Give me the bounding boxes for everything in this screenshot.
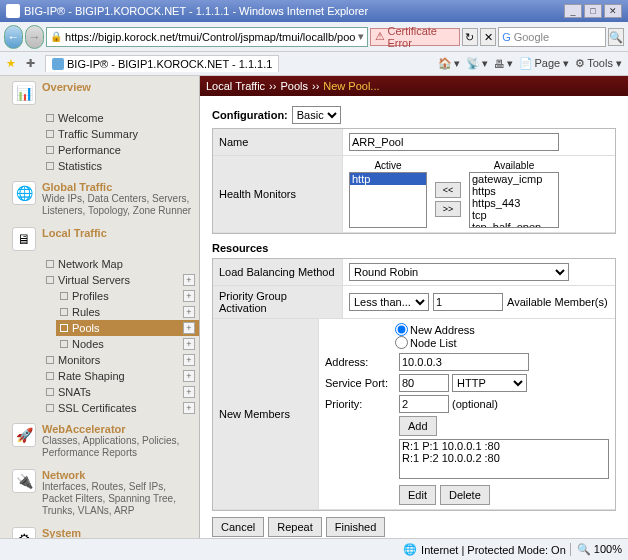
- network-icon: 🔌: [12, 469, 36, 493]
- nav-global-traffic[interactable]: Global Traffic: [42, 181, 195, 193]
- maximize-button[interactable]: □: [584, 4, 602, 18]
- forward-button[interactable]: →: [25, 25, 44, 49]
- tab-favicon: [52, 58, 64, 70]
- move-left-button[interactable]: <<: [435, 182, 461, 198]
- search-box[interactable]: G Google: [498, 27, 606, 47]
- breadcrumb: Local Traffic›› Pools›› New Pool...: [200, 76, 628, 96]
- nav-webaccelerator[interactable]: WebAccelerator: [42, 423, 195, 435]
- nav-snats[interactable]: SNATs+: [42, 384, 199, 400]
- nav-performance[interactable]: Performance: [42, 142, 199, 158]
- nav-statistics[interactable]: Statistics: [42, 158, 199, 174]
- nav-pools[interactable]: Pools+: [56, 320, 199, 336]
- nav-rate-shaping[interactable]: Rate Shaping+: [42, 368, 199, 384]
- search-go-button[interactable]: 🔍: [608, 28, 624, 46]
- nav-system[interactable]: System: [42, 527, 195, 538]
- refresh-button[interactable]: ↻: [462, 28, 478, 46]
- nav-network-map[interactable]: Network Map: [42, 256, 199, 272]
- back-button[interactable]: ←: [4, 25, 23, 49]
- expand-icon[interactable]: +: [183, 274, 195, 286]
- home-menu[interactable]: 🏠 ▾: [438, 57, 460, 70]
- members-list[interactable]: R:1 P:1 10.0.0.1 :80 R:1 P:2 10.0.0.2 :8…: [399, 439, 609, 479]
- server-icon: 🖥: [12, 227, 36, 251]
- window-title: BIG-IP® - BIGIP1.KOROCK.NET - 1.1.1.1 - …: [24, 5, 368, 17]
- nav-welcome[interactable]: Welcome: [42, 110, 199, 126]
- window-titlebar: BIG-IP® - BIGIP1.KOROCK.NET - 1.1.1.1 - …: [0, 0, 628, 22]
- app-icon: [6, 4, 20, 18]
- system-icon: ⚙: [12, 527, 36, 538]
- nav-local-traffic[interactable]: Local Traffic: [42, 227, 107, 239]
- favorites-icon[interactable]: ★: [6, 57, 16, 70]
- feeds-menu[interactable]: 📡 ▾: [466, 57, 488, 70]
- accelerator-icon: 🚀: [12, 423, 36, 447]
- close-button[interactable]: ✕: [604, 4, 622, 18]
- nav-virtual-servers[interactable]: Virtual Servers+: [42, 272, 199, 288]
- edit-button[interactable]: Edit: [399, 485, 436, 505]
- name-label: Name: [213, 129, 343, 155]
- print-menu[interactable]: 🖶 ▾: [494, 57, 513, 70]
- stop-button[interactable]: ✕: [480, 28, 496, 46]
- service-port-input[interactable]: [399, 374, 449, 392]
- overview-icon: 📊: [12, 81, 36, 105]
- service-port-select[interactable]: HTTP: [452, 374, 527, 392]
- active-monitors-list[interactable]: http: [349, 172, 427, 228]
- google-icon: G: [502, 31, 511, 43]
- new-address-radio[interactable]: New Address: [395, 323, 601, 336]
- nav-ssl-certificates[interactable]: SSL Certificates+: [42, 400, 199, 416]
- priority-group-select[interactable]: Less than...: [349, 293, 429, 311]
- address-bar[interactable]: 🔒 https://bigip.korock.net/tmui/Control/…: [46, 27, 368, 47]
- add-button[interactable]: Add: [399, 416, 437, 436]
- lb-method-label: Load Balancing Method: [213, 259, 343, 285]
- new-members-label: New Members: [213, 319, 319, 509]
- status-text: Internet | Protected Mode: On: [421, 544, 566, 556]
- health-monitors-label: Health Monitors: [213, 156, 343, 232]
- delete-button[interactable]: Delete: [440, 485, 490, 505]
- priority-group-label: Priority Group Activation: [213, 286, 343, 318]
- available-monitors-list[interactable]: gateway_icmp https https_443 tcp tcp_hal…: [469, 172, 559, 228]
- status-bar: 🌐 Internet | Protected Mode: On 🔍 100%: [0, 538, 628, 560]
- nav-overview[interactable]: Overview: [42, 81, 91, 93]
- nav-rules[interactable]: Rules+: [56, 304, 199, 320]
- repeat-button[interactable]: Repeat: [268, 517, 321, 537]
- globe-icon: 🌐: [12, 181, 36, 205]
- url-text: https://bigip.korock.net/tmui/Control/js…: [65, 31, 355, 43]
- window-controls: _ □ ✕: [564, 4, 622, 18]
- nav-monitors[interactable]: Monitors+: [42, 352, 199, 368]
- certificate-error[interactable]: ⚠ Certificate Error: [370, 28, 459, 46]
- lock-icon: 🔒: [50, 31, 62, 42]
- tools-menu[interactable]: ⚙ Tools ▾: [575, 57, 622, 70]
- configuration-label: Configuration:: [212, 109, 288, 121]
- move-right-button[interactable]: >>: [435, 201, 461, 217]
- address-input[interactable]: [399, 353, 529, 371]
- priority-input[interactable]: [399, 395, 449, 413]
- browser-navbar: ← → 🔒 https://bigip.korock.net/tmui/Cont…: [0, 22, 628, 52]
- browser-tab[interactable]: BIG-IP® - BIGIP1.KOROCK.NET - 1.1.1.1: [45, 55, 279, 72]
- zoom-level: 100%: [594, 543, 622, 555]
- main-content: Local Traffic›› Pools›› New Pool... Conf…: [200, 76, 628, 538]
- cancel-button[interactable]: Cancel: [212, 517, 264, 537]
- nav-profiles[interactable]: Profiles+: [56, 288, 199, 304]
- finished-button[interactable]: Finished: [326, 517, 386, 537]
- nav-network[interactable]: Network: [42, 469, 195, 481]
- sidebar: 📊 Overview Welcome Traffic Summary Perfo…: [0, 76, 200, 538]
- globe-icon: 🌐: [403, 543, 417, 556]
- browser-toolbar: ★ ✚ BIG-IP® - BIGIP1.KOROCK.NET - 1.1.1.…: [0, 52, 628, 76]
- priority-group-input[interactable]: [433, 293, 503, 311]
- name-input[interactable]: [349, 133, 559, 151]
- lb-method-select[interactable]: Round Robin: [349, 263, 569, 281]
- page-menu[interactable]: 📄 Page ▾: [519, 57, 570, 70]
- favorites-menu[interactable]: ✚: [26, 57, 35, 70]
- nav-nodes[interactable]: Nodes+: [56, 336, 199, 352]
- configuration-select[interactable]: Basic: [292, 106, 341, 124]
- shield-icon: ⚠: [375, 30, 385, 43]
- resources-heading: Resources: [212, 242, 616, 254]
- nav-traffic-summary[interactable]: Traffic Summary: [42, 126, 199, 142]
- minimize-button[interactable]: _: [564, 4, 582, 18]
- node-list-radio[interactable]: Node List: [395, 336, 601, 349]
